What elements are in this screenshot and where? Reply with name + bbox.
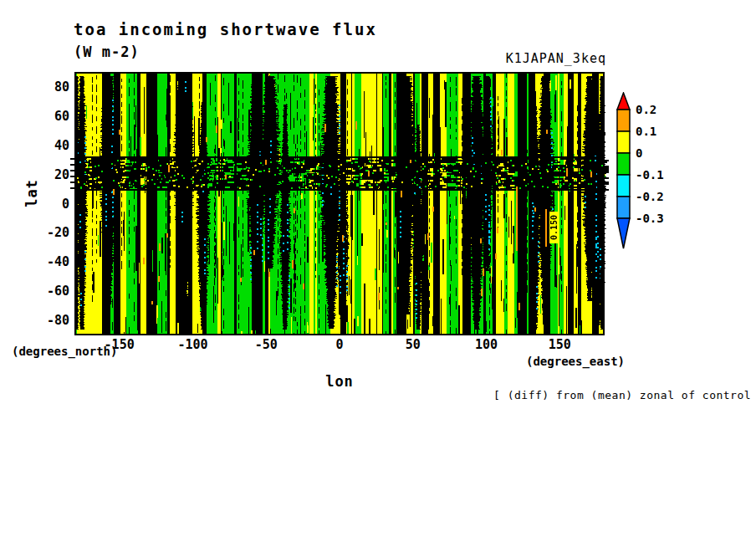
colorbar-segment [617, 197, 630, 218]
y-tick-label: 80 [21, 79, 69, 95]
x-tick-label: -100 [167, 337, 217, 352]
run-label: K1JAPAN_3keq [418, 51, 606, 66]
y-axis-label: lat [23, 172, 40, 214]
colorbar-tick-label: -0.3 [636, 211, 681, 226]
x-axis-units: (degrees_east) [521, 355, 630, 368]
colorbar-svg [616, 92, 631, 249]
x-tick-label: -50 [241, 337, 291, 352]
footnote: [ (diff) from (mean) zonal of control ] [493, 389, 756, 401]
colorbar-segment [617, 110, 630, 131]
x-tick-label: 50 [388, 337, 438, 352]
colorbar-segment [617, 175, 630, 197]
y-tick-label: 40 [21, 138, 69, 153]
colorbar-tick-label: 0.2 [636, 102, 681, 117]
figure-root: toa incoming shortwave flux (W m-2) K1JA… [0, 0, 756, 547]
units-label: (W m-2) [74, 43, 140, 60]
colorbar-segment [617, 153, 630, 175]
y-tick-label: -60 [21, 284, 69, 299]
y-axis-units: (degrees_north) [12, 345, 117, 358]
colorbar-tick-label: 0 [636, 146, 681, 161]
colorbar-tick-label: -0.1 [636, 167, 681, 182]
y-tick-label: -40 [21, 254, 69, 269]
colorbar-arrow-down-icon [617, 218, 630, 248]
colorbar-tick-label: -0.2 [636, 189, 681, 204]
y-tick-label: 60 [21, 109, 69, 124]
x-tick-label: 100 [462, 337, 512, 352]
x-tick-label: 150 [534, 337, 585, 352]
y-tick-label: -20 [21, 225, 69, 240]
y-tick-label: -80 [21, 313, 69, 328]
x-tick-label: 0 [314, 337, 365, 352]
colorbar-arrow-up-icon [617, 93, 630, 110]
page-title: toa incoming shortwave flux [74, 20, 377, 38]
colorbar-segment [617, 131, 630, 153]
x-axis-label: lon [314, 373, 365, 390]
colorbar-tick-label: 0.1 [636, 124, 681, 139]
plot-canvas [70, 71, 609, 336]
